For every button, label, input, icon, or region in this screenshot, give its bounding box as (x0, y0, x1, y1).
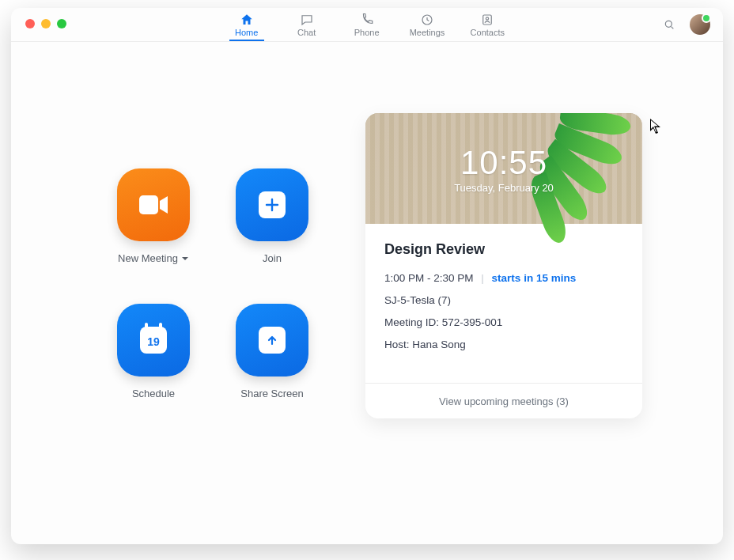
tab-phone-label: Phone (354, 28, 380, 37)
clock-date: Tuesday, February 20 (454, 182, 554, 194)
new-meeting-label-row[interactable]: New Meeting (118, 252, 189, 264)
meeting-room: SJ-5-Tesla (7) (384, 294, 623, 306)
chevron-down-icon (181, 255, 189, 263)
meeting-host-label: Host: (384, 339, 410, 350)
video-icon (136, 191, 171, 218)
tab-chat[interactable]: Chat (289, 13, 324, 41)
clock-time: 10:55 (460, 144, 547, 182)
meeting-id-row: Meeting ID: 572-395-001 (384, 316, 623, 328)
share-badge (259, 327, 286, 354)
meeting-widget: 10:55 Tuesday, February 20 Design Review… (365, 113, 642, 418)
meeting-starts-in: starts in 15 mins (492, 272, 577, 284)
upcoming-label: View upcoming meetings (3) (439, 395, 569, 407)
tab-chat-label: Chat (297, 28, 316, 37)
avatar[interactable] (690, 14, 710, 35)
tab-home[interactable]: Home (229, 13, 264, 41)
action-share-screen: Share Screen (217, 304, 327, 399)
view-upcoming-meetings[interactable]: View upcoming meetings (3) (365, 383, 642, 418)
separator: | (481, 272, 484, 284)
contacts-icon (480, 13, 494, 27)
calendar-day: 19 (147, 335, 160, 348)
tab-phone[interactable]: Phone (350, 13, 384, 41)
widget-header: 10:55 Tuesday, February 20 (365, 113, 642, 224)
meeting-time-row: 1:00 PM - 2:30 PM | starts in 15 mins (384, 272, 623, 284)
schedule-label: Schedule (132, 388, 175, 399)
action-grid: New Meeting Join 19 (98, 168, 327, 399)
new-meeting-label: New Meeting (118, 252, 178, 264)
tab-contacts-label: Contacts (471, 28, 505, 37)
tab-meetings[interactable]: Meetings (410, 13, 445, 41)
top-tabs: Home Chat Phone Meetings Contacts (11, 8, 723, 41)
svg-rect-4 (139, 195, 158, 214)
search-icon[interactable] (663, 18, 675, 31)
svg-point-3 (665, 21, 672, 27)
meeting-host-row: Host: Hana Song (384, 339, 623, 350)
clock-icon (420, 13, 434, 27)
tab-contacts[interactable]: Contacts (470, 13, 505, 41)
action-join: Join (217, 168, 327, 264)
join-plus-badge (259, 191, 286, 218)
calendar-icon: 19 (140, 327, 167, 354)
home-icon (240, 13, 254, 27)
action-new-meeting: New Meeting (98, 168, 209, 264)
meeting-title: Design Review (384, 241, 623, 258)
meeting-time-range: 1:00 PM - 2:30 PM (384, 272, 474, 284)
meeting-id-value: 572-395-001 (442, 316, 503, 328)
title-bar: Home Chat Phone Meetings Contacts (11, 8, 723, 42)
action-schedule: 19 Schedule (98, 304, 209, 399)
join-button[interactable] (236, 168, 308, 241)
app-window: Home Chat Phone Meetings Contacts (11, 8, 723, 544)
tab-home-label: Home (235, 28, 258, 37)
plus-icon (265, 198, 279, 212)
schedule-button[interactable]: 19 (117, 304, 190, 376)
new-meeting-button[interactable] (117, 168, 190, 241)
share-screen-label: Share Screen (240, 388, 304, 399)
meeting-host-value: Hana Song (412, 339, 466, 350)
phone-icon (360, 13, 374, 27)
arrow-up-icon (266, 334, 278, 346)
cursor-pointer-icon (649, 118, 662, 135)
svg-point-2 (486, 17, 489, 20)
meeting-id-label: Meeting ID: (384, 316, 439, 328)
share-screen-button[interactable] (236, 304, 308, 376)
tab-meetings-label: Meetings (410, 28, 445, 37)
titlebar-right (663, 14, 710, 35)
chat-icon (300, 13, 314, 27)
widget-body: Design Review 1:00 PM - 2:30 PM | starts… (365, 224, 642, 383)
main-body: New Meeting Join 19 (11, 42, 723, 544)
join-label: Join (263, 252, 282, 264)
